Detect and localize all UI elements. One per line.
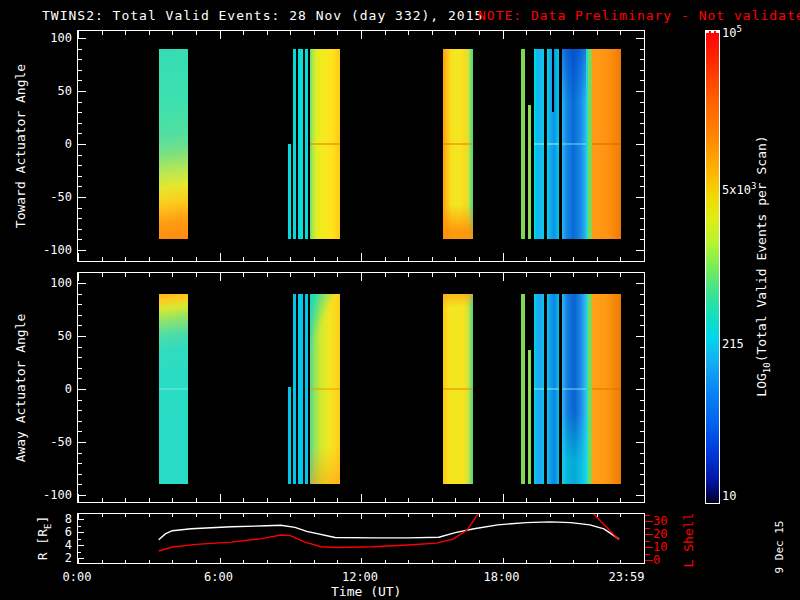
x-axis-tick <box>314 257 315 261</box>
y-axis-tick <box>640 347 644 348</box>
y-axis-tick <box>78 155 82 156</box>
x-axis-tick <box>267 273 268 277</box>
y-axis-tick <box>78 218 82 219</box>
colorbar-tick-label: 105 <box>722 21 742 41</box>
y-axis-tick <box>78 112 82 113</box>
y-axis-tick <box>636 144 644 145</box>
y-axis-tick <box>78 378 82 379</box>
y-axis-tick <box>78 357 82 358</box>
x-axis-tick <box>125 31 126 35</box>
angle-zero-line <box>534 388 544 390</box>
x-axis-tick <box>597 257 598 261</box>
y-axis-tick <box>640 431 644 432</box>
x-axis-tick <box>408 273 409 277</box>
x-axis-tick <box>503 273 504 281</box>
spectrogram-band <box>298 49 303 240</box>
y-axis-tick <box>78 186 82 187</box>
y-axis-tick <box>78 421 82 422</box>
y-axis-tick <box>636 389 644 390</box>
time-tick-label: 0:00 <box>43 569 111 585</box>
spectrogram-band <box>310 49 340 240</box>
x-axis-tick <box>102 498 103 502</box>
x-axis-tick <box>385 273 386 277</box>
x-axis-tick <box>644 494 645 502</box>
x-axis-tick <box>597 498 598 502</box>
x-axis-tick <box>337 273 338 277</box>
spectrogram-band <box>528 105 530 240</box>
x-axis-tick <box>479 257 480 261</box>
x-axis-tick <box>479 498 480 502</box>
r-curve <box>159 522 619 540</box>
x-axis-tick <box>267 257 268 261</box>
y-axis-tick <box>636 495 644 496</box>
x-axis-tick <box>432 273 433 277</box>
x-axis-tick <box>314 31 315 35</box>
away-y-axis-label: Away Actuator Angle <box>13 314 28 463</box>
y-axis-tick <box>640 208 644 209</box>
x-axis-tick <box>243 257 244 261</box>
x-axis-tick <box>196 273 197 277</box>
y-axis-tick <box>640 70 644 71</box>
y-axis-tick <box>640 325 644 326</box>
x-axis-tick <box>172 273 173 277</box>
x-axis-tick <box>455 273 456 277</box>
y-axis-tick <box>640 112 644 113</box>
angle-zero-line <box>562 143 585 145</box>
x-axis-tick <box>573 31 574 35</box>
y-axis-tick <box>78 49 82 50</box>
x-axis-tick <box>408 257 409 261</box>
y-axis-tick <box>636 442 644 443</box>
x-axis-tick <box>149 31 150 35</box>
y-axis-tick <box>78 176 82 177</box>
colorbar-tick-label: 215 <box>722 336 744 352</box>
y-axis-tick <box>636 197 644 198</box>
angle-zero-line <box>547 388 559 390</box>
x-axis-tick <box>408 31 409 35</box>
lshell-axis-tick <box>645 541 650 542</box>
y-axis-tick <box>78 325 82 326</box>
x-axis-tick <box>620 498 621 502</box>
y-axis-tick <box>78 102 82 103</box>
y-axis-tick <box>640 80 644 81</box>
x-axis-tick <box>220 494 221 502</box>
y-axis-tick <box>640 155 644 156</box>
page-title: TWINS2: Total Valid Events: 28 Nov (day … <box>42 8 483 23</box>
y-axis-tick <box>636 250 644 251</box>
spectrogram-band <box>443 294 473 485</box>
x-axis-tick <box>314 498 315 502</box>
away-ytick-label: 50 <box>30 328 72 344</box>
spectrogram-band <box>305 49 308 240</box>
y-axis-tick <box>640 421 644 422</box>
spectrogram-band <box>298 294 303 485</box>
x-axis-tick <box>432 257 433 261</box>
x-axis-tick <box>573 498 574 502</box>
x-axis-tick <box>455 31 456 35</box>
y-axis-tick <box>78 38 86 39</box>
x-axis-tick <box>196 257 197 261</box>
y-axis-tick <box>78 208 82 209</box>
spectrogram-band <box>547 294 559 485</box>
x-axis-tick <box>290 273 291 277</box>
y-axis-tick <box>640 239 644 240</box>
y-axis-tick <box>78 463 82 464</box>
y-axis-tick <box>78 197 86 198</box>
y-axis-tick <box>78 123 82 124</box>
angle-zero-line <box>547 143 559 145</box>
toward-ytick-label: 100 <box>30 30 72 46</box>
y-axis-tick <box>636 38 644 39</box>
y-axis-tick <box>640 474 644 475</box>
spectrogram-band <box>443 49 473 240</box>
spectrogram-band <box>562 49 585 240</box>
away-ytick-label: 0 <box>30 381 72 397</box>
x-axis-tick <box>620 31 621 35</box>
y-axis-tick <box>640 229 644 230</box>
spectrogram-band <box>293 49 296 240</box>
x-axis-tick <box>550 31 551 35</box>
x-axis-tick <box>385 498 386 502</box>
y-axis-tick <box>640 294 644 295</box>
x-axis-tick <box>125 257 126 261</box>
y-axis-tick <box>640 410 644 411</box>
x-axis-tick <box>78 253 79 261</box>
x-axis-tick <box>550 273 551 277</box>
spectrogram-band <box>562 294 585 485</box>
